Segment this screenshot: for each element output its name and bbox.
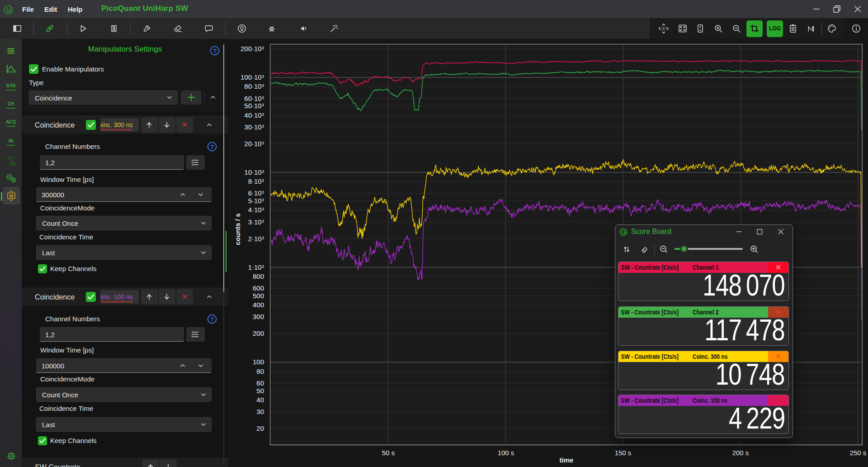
svg-text:?: ? [210,316,214,323]
svg-text:?: ? [210,143,214,150]
svg-text:M: M [9,194,13,199]
svg-text:?: ? [213,48,217,54]
